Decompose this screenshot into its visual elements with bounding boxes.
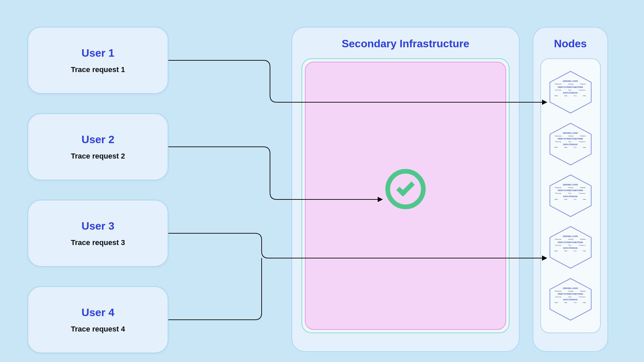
secondary-inner-box bbox=[302, 58, 509, 333]
user-subtitle: Trace request 4 bbox=[71, 325, 125, 334]
node-content: SERVING LAYER ReplicationIndexingValidat… bbox=[552, 131, 589, 148]
user-subtitle: Trace request 2 bbox=[71, 152, 125, 161]
user-title: User 1 bbox=[82, 47, 114, 59]
secondary-title: Secondary Infrastructure bbox=[342, 38, 470, 50]
nodes-panel: Nodes SERVING LAYER ReplicationIndexingV… bbox=[533, 27, 608, 352]
check-mark-icon bbox=[396, 178, 415, 196]
node-hexagon: SERVING LAYER ReplicationIndexingValidat… bbox=[547, 226, 594, 269]
nodes-inner: SERVING LAYER ReplicationIndexingValidat… bbox=[540, 58, 601, 333]
user-card-2: User 2 Trace request 2 bbox=[28, 113, 168, 180]
node-hexagon: SERVING LAYER ReplicationIndexingValidat… bbox=[547, 278, 594, 321]
secondary-infrastructure-panel: Secondary Infrastructure bbox=[291, 27, 520, 352]
nodes-title: Nodes bbox=[554, 38, 587, 50]
node-content: SERVING LAYER ReplicationIndexingValidat… bbox=[552, 79, 589, 97]
user-subtitle: Trace request 3 bbox=[71, 238, 125, 247]
user-card-4: User 4 Trace request 4 bbox=[28, 286, 168, 353]
user-subtitle: Trace request 1 bbox=[71, 65, 125, 74]
node-content: SERVING LAYER ReplicationIndexingValidat… bbox=[552, 183, 589, 200]
user-title: User 3 bbox=[82, 220, 114, 232]
user-title: User 2 bbox=[82, 133, 114, 146]
node-hexagon: SERVING LAYER ReplicationIndexingValidat… bbox=[547, 122, 594, 166]
node-hexagon: SERVING LAYER ReplicationIndexingValidat… bbox=[547, 174, 594, 218]
user-title: User 4 bbox=[82, 306, 114, 319]
secondary-pink-box bbox=[305, 62, 506, 330]
node-content: SERVING LAYER ReplicationIndexingValidat… bbox=[552, 234, 589, 252]
user-card-3: User 3 Trace request 3 bbox=[28, 200, 168, 267]
node-content: SERVING LAYER ReplicationIndexingValidat… bbox=[552, 286, 589, 304]
check-circle-icon bbox=[385, 169, 426, 209]
node-hexagon: SERVING LAYER ReplicationIndexingValidat… bbox=[547, 70, 594, 114]
connector-user4-merge bbox=[168, 258, 262, 320]
user-card-1: User 1 Trace request 1 bbox=[28, 27, 168, 94]
